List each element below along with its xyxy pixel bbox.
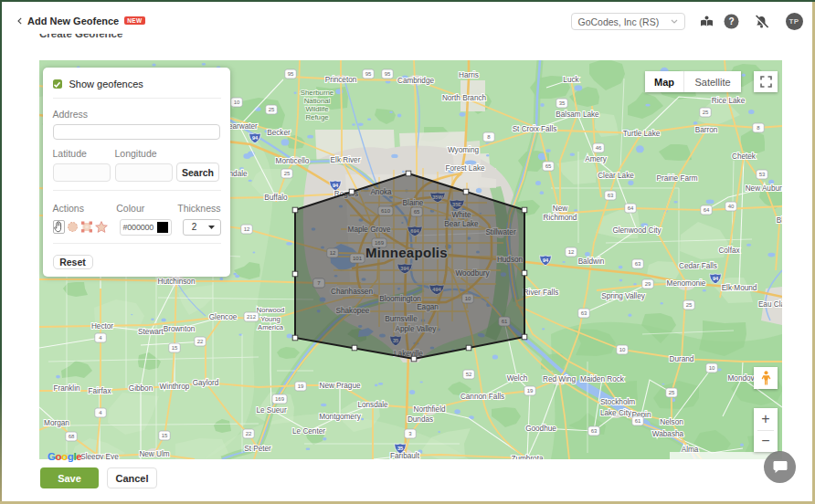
map-route-shield-number: 61 <box>635 418 641 424</box>
vertex-handle[interactable] <box>522 207 527 213</box>
address-input[interactable] <box>53 124 220 140</box>
vertex-handle[interactable] <box>522 334 527 340</box>
map-route-shield-number: 63 <box>581 310 587 316</box>
map-city-label: Welch <box>507 374 528 383</box>
map-city-label: Wyoming <box>448 146 479 154</box>
map-city-label: Prairie Farm <box>656 174 697 183</box>
map-route-shield-number: 22 <box>197 339 204 344</box>
midpoint-handle[interactable] <box>349 189 355 194</box>
map-type-map-button[interactable]: Map <box>645 71 684 92</box>
pan-tool-button[interactable] <box>53 220 65 234</box>
map-city-label: Mondovi <box>728 374 757 383</box>
map-city-label: Menomonie <box>667 279 706 288</box>
fullscreen-button[interactable] <box>754 71 778 92</box>
reset-button[interactable]: Reset <box>53 255 93 269</box>
zoom-in-button[interactable]: + <box>754 408 778 430</box>
map-interstate-shield-number: 94 <box>713 276 719 281</box>
map-route-shield-number: 10 <box>619 347 626 352</box>
circle-tool-button[interactable] <box>67 221 79 233</box>
vertex-handle[interactable] <box>292 335 298 341</box>
footer-actions: Save Cancel <box>40 467 157 488</box>
midpoint-handle[interactable] <box>292 271 298 277</box>
map-route-shield-number: 35 <box>559 100 566 106</box>
map-city-label: Elk River <box>331 156 361 164</box>
star-tool-button[interactable] <box>95 221 108 234</box>
search-button[interactable]: Search <box>176 163 219 182</box>
vertex-handle[interactable] <box>292 207 298 213</box>
back-icon[interactable] <box>16 17 24 25</box>
thickness-select[interactable]: 2 <box>183 219 221 236</box>
map-city-label: Balsam Lake <box>556 110 599 119</box>
save-button[interactable]: Save <box>40 467 99 488</box>
map-city-label: North Branch <box>442 94 487 102</box>
map-city-label: Stockholm <box>600 398 635 406</box>
map-route-shield-number: 52 <box>466 372 472 377</box>
map-route-shield-number: 169 <box>275 396 285 402</box>
vertex-handle[interactable] <box>406 171 411 176</box>
zoom-out-button[interactable]: − <box>754 431 778 453</box>
map-city-label: River Falls <box>524 289 559 297</box>
map-city-label: Le Sueur <box>256 406 287 415</box>
map-type-satellite-button[interactable]: Satellite <box>684 71 741 92</box>
map-city-label: Hector <box>91 322 113 331</box>
geofence-polygon[interactable] <box>295 173 524 359</box>
google-logo-letter: e <box>76 451 81 462</box>
chat-fab-button[interactable] <box>764 451 796 483</box>
notifications-button[interactable] <box>749 15 774 29</box>
zoom-control: + − <box>754 408 778 452</box>
map-route-shield-number: 19 <box>298 383 304 389</box>
map-route-shield-number: 65 <box>545 163 552 169</box>
map-city-label: Franklin <box>53 384 80 393</box>
show-geofences-checkbox[interactable] <box>53 79 62 89</box>
map-city-label: Le Center <box>292 427 325 436</box>
midpoint-handle[interactable] <box>522 270 527 276</box>
map-route-shield-number: 12 <box>568 249 575 255</box>
map-canvas[interactable]: PrincetonCambridgeHarrisNorth BranchBeck… <box>39 60 782 459</box>
avatar[interactable]: TP <box>786 13 803 30</box>
polygon-tool-button[interactable] <box>80 221 93 233</box>
map-city-label: Turtle Lake <box>623 130 661 138</box>
colour-input[interactable]: #000000 <box>120 219 173 236</box>
midpoint-handle[interactable] <box>466 345 471 351</box>
longitude-input[interactable] <box>115 163 173 182</box>
map-route-shield-number: 12 <box>244 226 250 232</box>
google-logo-letter: o <box>61 451 68 462</box>
map-city-label: Norwood <box>257 306 284 314</box>
map-city-label: Dundas <box>408 415 433 424</box>
map-interstate-shield-number: 94 <box>543 257 549 263</box>
midpoint-handle[interactable] <box>352 345 357 351</box>
map-city-label: Princeton <box>325 76 357 84</box>
map-city-label: Bloomer <box>777 216 782 225</box>
cancel-button[interactable]: Cancel <box>107 467 157 488</box>
map-city-label: Cambridge <box>397 77 434 85</box>
map-route-shield-number: 63 <box>591 428 598 434</box>
help-button[interactable]: ? <box>719 14 744 29</box>
frame-border-left <box>0 0 2 504</box>
map-interstate-shield-number: 35 <box>397 446 403 451</box>
map-city-label: Baldwin <box>578 257 605 266</box>
map-route-shield-number: 95 <box>365 71 372 77</box>
map-route-shield-number: 46 <box>596 145 602 151</box>
map-city-label: Durand <box>670 355 694 363</box>
map-city-label: Luck <box>563 76 579 84</box>
map-city-label: Clear Lake <box>598 172 634 180</box>
latitude-input[interactable] <box>53 163 111 182</box>
training-button[interactable] <box>694 16 719 28</box>
map-route-shield-number: 95 <box>288 71 294 77</box>
vertex-handle[interactable] <box>411 356 417 362</box>
midpoint-handle[interactable] <box>463 189 469 194</box>
map-city-label: Colfax <box>718 247 739 255</box>
pegman-button[interactable] <box>754 367 778 389</box>
map-route-shield-number: 15 <box>162 433 168 438</box>
map-route-shield-number: 95 <box>385 71 391 77</box>
map-city-label: Barron <box>695 126 718 134</box>
map-route-shield-number: 64 <box>704 207 710 213</box>
circle-shape-icon <box>67 221 79 233</box>
map-city-label: Red Wing <box>543 375 576 383</box>
account-selector[interactable]: GoCodes, Inc (RS) <box>571 13 685 30</box>
colour-swatch <box>157 222 168 233</box>
pegman-icon <box>761 371 771 386</box>
map-city-label: Glencoe <box>209 313 238 321</box>
map-route-shield-number: 63 <box>608 193 614 198</box>
help-glyph: ? <box>728 16 734 26</box>
